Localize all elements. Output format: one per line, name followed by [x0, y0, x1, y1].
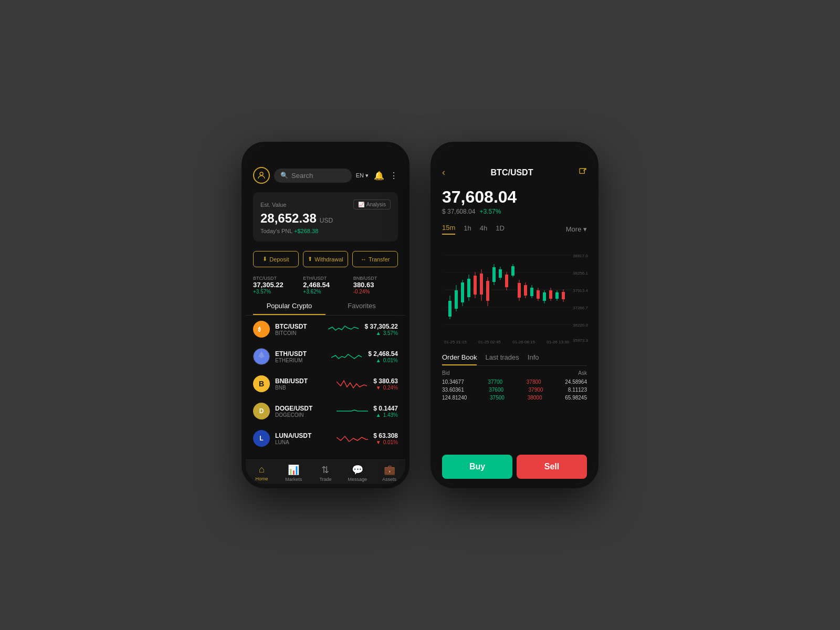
- nav-home[interactable]: ⌂ Home: [246, 464, 278, 482]
- svg-rect-41: [543, 292, 546, 301]
- withdrawal-icon: ⬆: [308, 256, 312, 262]
- bell-icon[interactable]: 🔔: [374, 171, 384, 181]
- svg-rect-27: [499, 269, 502, 278]
- ticker-btc[interactable]: BTC/USDT 37,305.22 +3.57%: [253, 276, 298, 295]
- balance-amount: 28,652.38: [260, 211, 317, 226]
- markets-label: Markets: [285, 477, 302, 482]
- luna-info: LUNA/USDT LUNA: [275, 432, 331, 445]
- assets-icon: 💼: [384, 464, 395, 476]
- tab-info[interactable]: Info: [528, 353, 539, 365]
- order-row-3: 124.81240 37500 38000 65.98245: [442, 395, 587, 401]
- svg-rect-35: [524, 285, 527, 296]
- bnb-price-info: $ 380.63 0.24%: [373, 377, 398, 391]
- home-screen: 🔍 Search EN ▾ 🔔 ⋮ Est. Value 28,652.38 U…: [246, 146, 405, 484]
- svg-rect-25: [492, 267, 496, 282]
- external-link-icon[interactable]: [579, 167, 587, 178]
- list-item-doge[interactable]: D DOGE/USDT DOGECOIN $ 0.1447 1.43%: [246, 397, 405, 425]
- eth-info: ETH/USDT ETHERIUM: [275, 350, 326, 363]
- svg-rect-29: [505, 275, 508, 287]
- sell-button[interactable]: Sell: [517, 455, 587, 479]
- ticker-bnb[interactable]: BNB/USDT 380.63 -0.24%: [353, 276, 398, 295]
- btc-logo: ₿: [253, 321, 270, 338]
- nav-message[interactable]: 💬 Message: [341, 464, 373, 482]
- tab-popular-crypto[interactable]: Popular Crypto: [253, 302, 326, 315]
- doge-price-info: $ 0.1447 1.43%: [373, 405, 398, 418]
- home-header: 🔍 Search EN ▾ 🔔 ⋮: [246, 163, 405, 188]
- svg-rect-21: [480, 274, 483, 295]
- back-button[interactable]: ‹: [442, 167, 445, 178]
- candlestick-chart: 38917.0 38256.1 37913.4 37266.7 36220.0 …: [442, 238, 594, 343]
- ticker-row: BTC/USDT 37,305.22 +3.57% ETH/USDT 2,468…: [246, 272, 405, 298]
- balance-currency: USD: [320, 217, 333, 224]
- bnb-logo: B: [253, 375, 270, 392]
- search-icon: 🔍: [280, 172, 288, 179]
- svg-rect-11: [448, 301, 452, 317]
- bnb-sparkline: [337, 376, 368, 391]
- trade-price-main: 37,608.04: [442, 187, 587, 207]
- list-item-luna[interactable]: L LUNA/USDT LUNA $ 63.308 0.01%: [246, 425, 405, 452]
- list-item-bnb[interactable]: B BNB/USDT BNB $ 380.63 0.24%: [246, 370, 405, 397]
- nav-markets[interactable]: 📊 Markets: [278, 464, 310, 482]
- transfer-button[interactable]: ↔ Transfer: [352, 251, 398, 267]
- trading-screen: ‹ BTC/USDT 37,608.04 $ 37,608.04 +3.57%: [435, 146, 594, 484]
- order-row-2: 33.60361 37600 37900 8.11123: [442, 387, 587, 393]
- message-label: Message: [348, 477, 368, 482]
- svg-rect-31: [511, 266, 514, 276]
- phone-trading: ‹ BTC/USDT 37,608.04 $ 37,608.04 +3.57%: [430, 142, 598, 488]
- tab-4h[interactable]: 4h: [480, 224, 487, 234]
- search-bar[interactable]: 🔍 Search: [274, 169, 352, 183]
- order-book-header: Bid Ask: [442, 370, 587, 376]
- svg-text:₿: ₿: [258, 326, 261, 332]
- svg-rect-43: [549, 290, 552, 299]
- bnb-info: BNB/USDT BNB: [275, 377, 331, 391]
- phone-home: 🔍 Search EN ▾ 🔔 ⋮ Est. Value 28,652.38 U…: [242, 142, 410, 488]
- eth-sparkline: [331, 349, 363, 364]
- tab-favorites[interactable]: Favorites: [326, 302, 398, 315]
- order-section: Order Book Last trades Info Bid Ask 10.3…: [435, 353, 594, 449]
- list-item-btc[interactable]: ₿ BTC/USDT BITCOIN $ 37,305.22 3.57%: [246, 316, 405, 343]
- tab-1d[interactable]: 1D: [496, 224, 505, 234]
- svg-rect-17: [467, 279, 470, 297]
- chart-tab-more[interactable]: More ▾: [566, 225, 587, 233]
- deposit-icon: ⬇: [262, 256, 267, 262]
- dots-menu-icon[interactable]: ⋮: [390, 171, 398, 181]
- crypto-tabs: Popular Crypto Favorites: [246, 298, 405, 316]
- list-item-eth[interactable]: ETH/USDT ETHERIUM $ 2,468.54 0.01%: [246, 343, 405, 370]
- tab-15m[interactable]: 15m: [442, 224, 455, 235]
- tab-last-trades[interactable]: Last trades: [485, 353, 519, 365]
- analysis-button[interactable]: 📈 Analysis: [353, 200, 391, 209]
- doge-info: DOGE/USDT DOGECOIN: [275, 405, 331, 418]
- svg-marker-2: [258, 351, 265, 358]
- ticker-eth[interactable]: ETH/USDT 2,468.54 +3.62%: [303, 276, 348, 295]
- tab-1h[interactable]: 1h: [464, 224, 471, 234]
- balance-main: 28,652.38 USD: [260, 211, 391, 226]
- buy-button[interactable]: Buy: [442, 455, 512, 479]
- nav-assets[interactable]: 💼 Assets: [373, 464, 405, 482]
- svg-text:38256.1: 38256.1: [573, 271, 588, 276]
- message-icon: 💬: [352, 464, 363, 476]
- btc-sparkline: [328, 322, 360, 337]
- est-value-label: Est. Value: [260, 202, 286, 208]
- deposit-button[interactable]: ⬇ Deposit: [253, 251, 299, 267]
- nav-trade[interactable]: ⇅ Trade: [310, 464, 342, 482]
- tab-order-book[interactable]: Order Book: [442, 353, 477, 365]
- withdrawal-button[interactable]: ⬆ Withdrawal: [303, 251, 349, 267]
- pnl-label: Today's PNL: [260, 228, 292, 234]
- btc-info: BTC/USDT BITCOIN: [275, 323, 323, 336]
- svg-text:37913.4: 37913.4: [573, 288, 588, 293]
- language-selector[interactable]: EN ▾: [356, 172, 369, 179]
- action-buttons: ⬇ Deposit ⬆ Withdrawal ↔ Transfer: [246, 246, 405, 272]
- avatar-icon[interactable]: [253, 167, 270, 184]
- btc-price-info: $ 37,305.22 3.57%: [365, 323, 398, 336]
- svg-rect-23: [486, 281, 489, 301]
- trade-price-usd: $ 37,608.04: [442, 208, 475, 215]
- svg-rect-15: [461, 282, 464, 302]
- chart-area: 38917.0 38256.1 37913.4 37266.7 36220.0 …: [442, 238, 594, 353]
- svg-text:36220.0: 36220.0: [573, 323, 588, 328]
- header-right: EN ▾ 🔔 ⋮: [356, 171, 398, 181]
- crypto-list: ₿ BTC/USDT BITCOIN $ 37,305.22 3.57%: [246, 316, 405, 459]
- trade-title: BTC/USDT: [491, 168, 533, 177]
- assets-label: Assets: [382, 477, 396, 482]
- transfer-icon: ↔: [361, 256, 366, 262]
- svg-rect-45: [555, 292, 559, 299]
